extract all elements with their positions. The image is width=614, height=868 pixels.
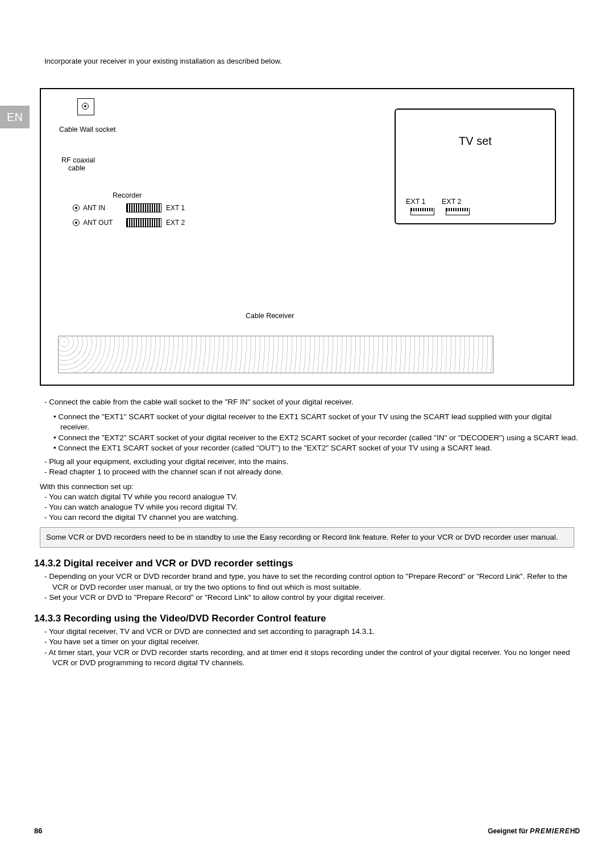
scart-icon xyxy=(446,208,470,215)
step-connect-rf: Connect the cable from the cable wall so… xyxy=(44,397,580,407)
scart-icon xyxy=(126,218,161,227)
step-connect-ext2: Connect the "EXT2" SCART socket of your … xyxy=(53,433,580,443)
brand-hd: HD xyxy=(570,827,580,835)
label-ext1-rec: EXT 1 xyxy=(166,204,185,212)
label-rf-1: RF coaxial xyxy=(61,156,95,164)
sec2-step2: Set your VCR or DVD to "Prepare Record" … xyxy=(44,592,580,603)
feat-2: You can watch analogue TV while you reco… xyxy=(44,502,580,512)
heading-14-3-2: 14.3.2 Digital receiver and VCR or DVD r… xyxy=(34,558,580,569)
antin-port-icon xyxy=(73,205,80,211)
label-recorder: Recorder xyxy=(113,191,142,199)
label-ext2-rec: EXT 2 xyxy=(166,219,185,227)
antout-port-icon xyxy=(73,219,80,226)
label-antout: ANT OUT xyxy=(83,219,126,227)
sec3-step2: You have set a timer on your digital rec… xyxy=(44,637,580,647)
label-tv-ext1: EXT 1 xyxy=(406,198,426,206)
feat-3: You can record the digital TV channel yo… xyxy=(44,512,580,523)
step-read-ch1: Read chapter 1 to proceed with the chann… xyxy=(44,467,580,477)
scart-icon xyxy=(126,203,161,212)
page-footer: 86 Geeignet für PREMIEREHD xyxy=(34,827,580,835)
intro-text: Incorporate your receiver in your existi… xyxy=(44,57,580,65)
with-setup-text: With this connection set up: xyxy=(40,482,580,491)
note-box: Some VCR or DVD recorders need to be in … xyxy=(40,527,574,548)
sec3-step3: At timer start, your VCR or DVD recorder… xyxy=(44,648,580,668)
scart-icon xyxy=(410,208,434,215)
connection-diagram: Cable Wall socket RF coaxial cable Recor… xyxy=(40,88,574,386)
sec3-step1: Your digital receiver, TV and VCR or DVD… xyxy=(44,627,580,637)
recorder-box: ANT IN EXT 1 ANT OUT EXT 2 xyxy=(67,201,232,235)
sec2-step1: Depending on your VCR or DVD recorder br… xyxy=(44,571,580,592)
footer-brand: Geeignet für PREMIEREHD xyxy=(488,827,580,835)
label-tvset: TV set xyxy=(459,135,492,148)
label-cable-receiver: Cable Receiver xyxy=(246,312,294,320)
label-rf-2: cable xyxy=(68,164,85,172)
label-tv-ext2: EXT 2 xyxy=(442,198,462,206)
brand-premiere: PREMIERE xyxy=(530,827,570,835)
footer-geeignet: Geeignet für xyxy=(488,827,528,835)
tv-box: TV set EXT 1 EXT 2 xyxy=(395,108,556,224)
cable-receiver-box xyxy=(58,336,493,373)
step-plug-mains: Plug all your equipment, excluding your … xyxy=(44,457,580,467)
feat-1: You can watch digital TV while you recor… xyxy=(44,492,580,502)
page-number: 86 xyxy=(34,827,42,835)
label-antin: ANT IN xyxy=(83,204,126,212)
step-connect-ext1: Connect the "EXT1" SCART socket of your … xyxy=(53,412,580,432)
step-connect-recorder-out: Connect the EXT1 SCART socket of your re… xyxy=(53,443,580,453)
wall-socket-icon xyxy=(77,98,94,115)
language-tab: EN xyxy=(0,106,30,128)
label-cable-wall: Cable Wall socket xyxy=(59,126,116,133)
heading-14-3-3: 14.3.3 Recording using the Video/DVD Rec… xyxy=(34,613,580,624)
